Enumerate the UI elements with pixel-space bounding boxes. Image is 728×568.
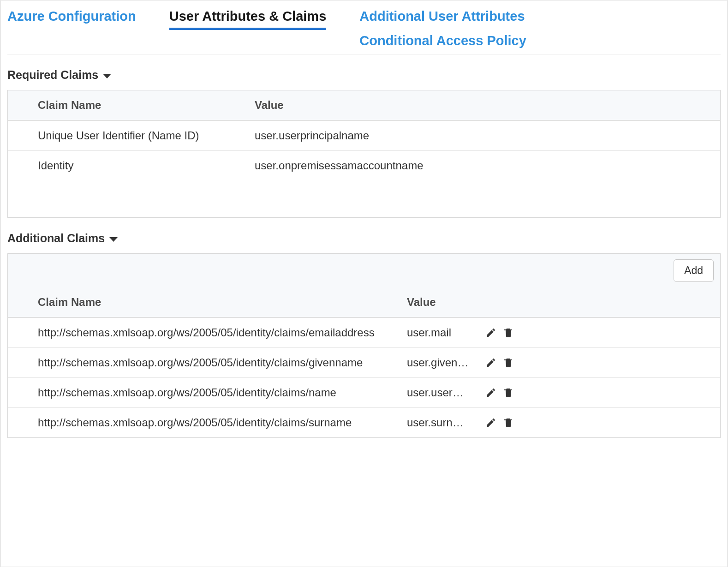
claim-value-cell: user.mail (407, 326, 485, 339)
claim-name-cell: http://schemas.xmlsoap.org/ws/2005/05/id… (38, 356, 407, 369)
required-table-header: Claim Name Value (8, 90, 720, 120)
edit-icon[interactable] (485, 327, 496, 338)
edit-icon[interactable] (485, 417, 496, 428)
claim-value-cell: user.given… (407, 356, 485, 369)
table-row[interactable]: http://schemas.xmlsoap.org/ws/2005/05/id… (8, 347, 720, 377)
col-claim-name: Claim Name (38, 296, 407, 309)
tab-conditional-access-policy[interactable]: Conditional Access Policy (359, 30, 526, 54)
col-value: Value (255, 99, 720, 112)
claim-value-cell: user.user… (407, 386, 485, 399)
additional-claims-label: Additional Claims (7, 232, 105, 245)
claim-name-cell: Identity (38, 159, 255, 172)
col-claim-name: Claim Name (38, 99, 255, 112)
required-claims-table: Claim Name Value Unique User Identifier … (7, 90, 721, 218)
delete-icon[interactable] (503, 357, 514, 368)
tab-azure-configuration[interactable]: Azure Configuration (7, 5, 136, 30)
claim-name-cell: http://schemas.xmlsoap.org/ws/2005/05/id… (38, 416, 407, 429)
claim-value-cell: user.userprincipalname (255, 129, 720, 142)
claim-value-cell: user.surn… (407, 416, 485, 429)
table-row[interactable]: http://schemas.xmlsoap.org/ws/2005/05/id… (8, 317, 720, 347)
table-row[interactable]: Unique User Identifier (Name ID) user.us… (8, 120, 720, 150)
add-button[interactable]: Add (674, 259, 714, 282)
tab-bar: Azure Configuration User Attributes & Cl… (7, 0, 721, 54)
claim-value-cell: user.onpremisessamaccountname (255, 159, 720, 172)
delete-icon[interactable] (503, 387, 514, 398)
delete-icon[interactable] (503, 327, 514, 338)
caret-down-icon (109, 237, 118, 242)
edit-icon[interactable] (485, 387, 496, 398)
additional-claims-toggle[interactable]: Additional Claims (7, 232, 721, 245)
caret-down-icon (103, 74, 111, 78)
required-claims-label: Required Claims (7, 68, 98, 82)
claim-name-cell: http://schemas.xmlsoap.org/ws/2005/05/id… (38, 386, 407, 399)
claim-name-cell: http://schemas.xmlsoap.org/ws/2005/05/id… (38, 326, 407, 339)
col-value: Value (407, 296, 485, 309)
delete-icon[interactable] (503, 417, 514, 428)
additional-claims-toolbar: Add (8, 254, 720, 287)
claim-name-cell: Unique User Identifier (Name ID) (38, 129, 255, 142)
table-row[interactable]: http://schemas.xmlsoap.org/ws/2005/05/id… (8, 377, 720, 407)
table-row[interactable]: Identity user.onpremisessamaccountname (8, 150, 720, 180)
additional-table-header: Claim Name Value (8, 287, 720, 317)
edit-icon[interactable] (485, 357, 496, 368)
additional-claims-table: Add Claim Name Value http://schemas.xmls… (7, 253, 721, 438)
tab-additional-user-attributes[interactable]: Additional User Attributes (359, 5, 526, 30)
required-claims-toggle[interactable]: Required Claims (7, 68, 721, 82)
tab-user-attributes-claims[interactable]: User Attributes & Claims (169, 5, 327, 30)
table-row[interactable]: http://schemas.xmlsoap.org/ws/2005/05/id… (8, 407, 720, 437)
